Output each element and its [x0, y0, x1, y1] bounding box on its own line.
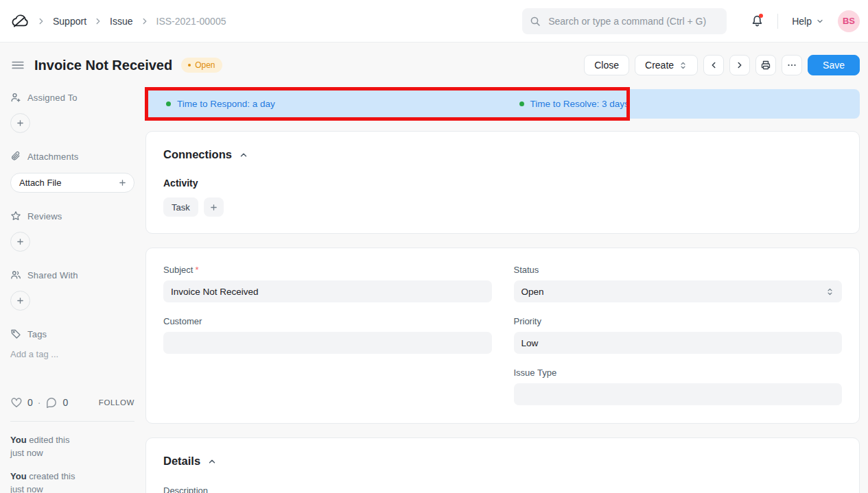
- app-logo-icon[interactable]: [10, 12, 30, 31]
- customer-label: Customer: [163, 316, 492, 326]
- form-main-area: Time to Respond: a day Time to Resolve: …: [145, 89, 860, 493]
- sidebar-section-shared-with: Shared With: [10, 269, 134, 311]
- reviews-heading: Reviews: [10, 211, 134, 221]
- field-priority: Priority: [514, 316, 843, 354]
- add-review-button[interactable]: [10, 232, 30, 252]
- sidebar-divider: [10, 421, 134, 422]
- activity-group-label: Activity: [163, 178, 842, 189]
- notification-indicator-dot: [759, 14, 763, 18]
- count-separator: ·: [38, 397, 41, 408]
- description-label: Description: [163, 485, 842, 493]
- create-button-label: Create: [645, 60, 674, 71]
- star-icon: [10, 211, 21, 221]
- field-issue-type: Issue Type: [514, 368, 843, 405]
- details-title: Details: [163, 455, 200, 468]
- user-plus-icon: [10, 92, 21, 103]
- comments-icon[interactable]: [45, 396, 58, 409]
- issue-fields-card: Subject* Customer Status: [145, 248, 860, 424]
- issue-type-input[interactable]: [514, 383, 843, 405]
- social-row: 0 · 0 FOLLOW: [10, 396, 134, 409]
- connections-section-toggle[interactable]: Connections: [163, 148, 248, 161]
- required-marker: *: [195, 265, 198, 275]
- search-icon: [530, 16, 541, 27]
- add-task-button[interactable]: [204, 197, 224, 217]
- previous-document-button[interactable]: [703, 55, 724, 75]
- tags-heading: Tags: [10, 328, 134, 339]
- fields-column-left: Subject* Customer: [163, 265, 492, 407]
- chevron-right-icon: [735, 60, 744, 70]
- status-badge: Open: [181, 58, 222, 73]
- paperclip-icon: [10, 151, 21, 162]
- tag-icon: [10, 328, 21, 339]
- shared-with-heading: Shared With: [10, 269, 134, 280]
- likes-count: 0: [27, 397, 33, 408]
- sidebar-section-tags: Tags Add a tag ...: [10, 328, 134, 359]
- status-select[interactable]: Open: [514, 280, 843, 302]
- green-dot-icon: [166, 101, 171, 106]
- attach-file-button[interactable]: Attach File: [10, 173, 134, 193]
- notifications-bell-button[interactable]: [746, 10, 768, 32]
- status-select-value: Open: [521, 287, 544, 297]
- breadcrumb-issue[interactable]: Issue: [110, 16, 132, 27]
- shared-with-label: Shared With: [27, 270, 78, 280]
- assigned-to-label: Assigned To: [27, 93, 78, 103]
- activity-entry-created: You created this just now: [10, 470, 134, 493]
- field-customer: Customer: [163, 316, 492, 354]
- add-tag-input[interactable]: Add a tag ...: [10, 349, 134, 359]
- printer-icon: [760, 60, 771, 71]
- next-document-button[interactable]: [729, 55, 750, 75]
- like-heart-icon[interactable]: [10, 396, 23, 409]
- task-link-button[interactable]: Task: [163, 197, 198, 217]
- create-button[interactable]: Create: [635, 55, 698, 75]
- title-group: Invoice Not Received Open: [10, 58, 222, 73]
- details-section-toggle[interactable]: Details: [163, 455, 217, 468]
- add-share-button[interactable]: [10, 291, 30, 311]
- details-card: Details Description: [145, 437, 860, 493]
- breadcrumb-support[interactable]: Support: [53, 16, 86, 27]
- activity-time: just now: [10, 484, 43, 493]
- priority-input[interactable]: [514, 332, 843, 354]
- activity-time: just now: [10, 448, 43, 458]
- navbar-actions: Help BS: [522, 8, 860, 34]
- follow-button[interactable]: FOLLOW: [99, 398, 134, 407]
- time-to-resolve: Time to Resolve: 3 days: [507, 99, 860, 109]
- status-badge-label: Open: [195, 60, 215, 70]
- activity-action: edited this: [27, 435, 70, 445]
- navbar-divider: [777, 14, 778, 29]
- subject-label: Subject*: [163, 265, 492, 275]
- global-search[interactable]: [522, 8, 727, 34]
- chevron-up-down-icon: [679, 61, 688, 70]
- sidebar-toggle-button[interactable]: [10, 58, 25, 73]
- add-assignment-button[interactable]: [10, 113, 30, 133]
- close-button[interactable]: Close: [584, 55, 629, 75]
- tags-label: Tags: [27, 329, 47, 339]
- activity-entry-edited: You edited this just now: [10, 434, 134, 460]
- users-icon: [10, 269, 21, 280]
- content-area: Assigned To Attachments Attach File: [0, 89, 868, 493]
- user-avatar[interactable]: BS: [838, 10, 860, 32]
- subject-input[interactable]: [163, 280, 492, 302]
- save-button[interactable]: Save: [808, 55, 860, 75]
- attachments-heading: Attachments: [10, 151, 134, 162]
- chevron-up-down-icon: [825, 287, 834, 296]
- customer-input[interactable]: [163, 332, 492, 354]
- assigned-to-heading: Assigned To: [10, 92, 134, 103]
- toolbar: Close Create: [584, 55, 860, 75]
- connections-card: Connections Activity Task: [145, 131, 860, 234]
- sla-banner-wrap: Time to Respond: a day Time to Resolve: …: [145, 89, 860, 119]
- breadcrumb: Support Issue ISS-2021-00005: [10, 12, 226, 31]
- breadcrumb-current-doc: ISS-2021-00005: [156, 16, 226, 27]
- chevron-up-icon: [239, 150, 248, 160]
- search-input[interactable]: [547, 15, 719, 27]
- sidebar-section-assigned-to: Assigned To: [10, 92, 134, 133]
- help-menu-button[interactable]: Help: [788, 15, 828, 27]
- chevron-left-icon: [709, 60, 718, 70]
- activity-action: created this: [27, 471, 75, 481]
- print-button[interactable]: [755, 55, 776, 75]
- more-options-button[interactable]: [782, 55, 802, 75]
- sidebar-section-reviews: Reviews: [10, 211, 134, 252]
- reviews-label: Reviews: [27, 211, 62, 221]
- help-label: Help: [792, 16, 812, 27]
- sidebar-section-attachments: Attachments Attach File: [10, 151, 134, 193]
- plus-icon: [118, 178, 127, 187]
